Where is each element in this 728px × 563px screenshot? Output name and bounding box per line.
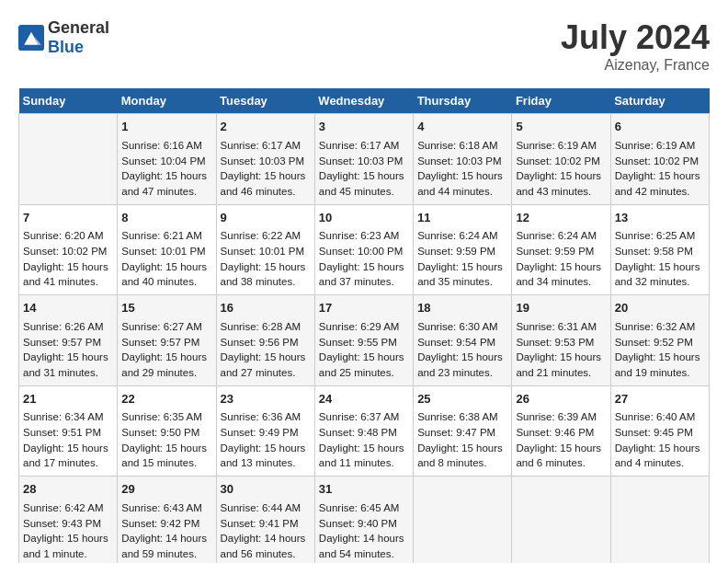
- cell-content: Sunrise: 6:29 AM: [319, 319, 409, 335]
- cell-content: and 1 minute.: [23, 546, 113, 562]
- calendar-cell: 29Sunrise: 6:43 AMSunset: 9:42 PMDayligh…: [118, 477, 216, 563]
- day-number: 8: [121, 210, 211, 227]
- calendar-cell: 9Sunrise: 6:22 AMSunset: 10:01 PMDayligh…: [216, 204, 314, 295]
- cell-content: Sunrise: 6:43 AM: [121, 500, 211, 516]
- day-number: 24: [319, 391, 409, 408]
- cell-content: Daylight: 15 hours: [121, 441, 211, 456]
- cell-content: Sunrise: 6:30 AM: [417, 319, 507, 335]
- cell-content: and 38 minutes.: [221, 274, 311, 290]
- day-number: 29: [121, 481, 211, 499]
- cell-content: Sunrise: 6:17 AM: [221, 138, 311, 154]
- cell-content: Sunset: 9:57 PM: [121, 335, 211, 350]
- cell-content: Sunset: 9:43 PM: [23, 516, 113, 532]
- calendar-cell: 30Sunrise: 6:44 AMSunset: 9:41 PMDayligh…: [216, 477, 314, 563]
- day-number: 7: [23, 210, 113, 227]
- cell-content: Sunset: 9:57 PM: [23, 335, 113, 350]
- cell-content: Sunrise: 6:27 AM: [121, 319, 211, 335]
- day-number: 28: [23, 481, 113, 499]
- cell-content: Daylight: 15 hours: [221, 441, 311, 456]
- col-header-sunday: Sunday: [19, 88, 118, 114]
- day-number: 17: [319, 300, 409, 317]
- cell-content: and 17 minutes.: [23, 455, 113, 471]
- cell-content: Sunset: 10:02 PM: [615, 154, 705, 169]
- cell-content: Sunset: 9:46 PM: [516, 425, 606, 441]
- cell-content: Sunrise: 6:34 AM: [23, 409, 113, 425]
- cell-content: and 27 minutes.: [221, 365, 311, 381]
- calendar-cell: 25Sunrise: 6:38 AMSunset: 9:47 PMDayligh…: [414, 385, 512, 477]
- cell-content: Daylight: 15 hours: [615, 350, 705, 365]
- cell-content: Sunset: 9:42 PM: [121, 516, 211, 532]
- cell-content: and 4 minutes.: [615, 455, 705, 471]
- cell-content: Sunset: 9:52 PM: [615, 335, 705, 350]
- calendar-cell: 23Sunrise: 6:36 AMSunset: 9:49 PMDayligh…: [216, 385, 314, 477]
- calendar-cell: 16Sunrise: 6:28 AMSunset: 9:56 PMDayligh…: [216, 295, 314, 386]
- header-row: SundayMondayTuesdayWednesdayThursdayFrid…: [19, 88, 710, 114]
- cell-content: Sunset: 9:50 PM: [121, 425, 211, 441]
- week-row-3: 14Sunrise: 6:26 AMSunset: 9:57 PMDayligh…: [19, 295, 710, 386]
- cell-content: Daylight: 15 hours: [319, 168, 409, 184]
- calendar-cell: 19Sunrise: 6:31 AMSunset: 9:53 PMDayligh…: [512, 295, 610, 386]
- calendar-cell: [512, 477, 610, 563]
- cell-content: Sunset: 10:01 PM: [121, 244, 211, 259]
- cell-content: Sunset: 10:02 PM: [516, 154, 606, 169]
- cell-content: Sunrise: 6:24 AM: [516, 228, 606, 244]
- cell-content: and 44 minutes.: [417, 184, 507, 200]
- day-number: 18: [417, 300, 507, 317]
- calendar-table: SundayMondayTuesdayWednesdayThursdayFrid…: [18, 88, 710, 563]
- cell-content: Sunrise: 6:28 AM: [221, 319, 311, 335]
- logo-blue: Blue: [48, 38, 84, 56]
- calendar-cell: 15Sunrise: 6:27 AMSunset: 9:57 PMDayligh…: [118, 295, 216, 386]
- cell-content: and 56 minutes.: [221, 546, 311, 562]
- cell-content: Daylight: 15 hours: [615, 259, 705, 275]
- day-number: 20: [615, 300, 705, 317]
- cell-content: Sunset: 9:48 PM: [319, 425, 409, 441]
- cell-content: Sunset: 9:54 PM: [417, 335, 507, 350]
- calendar-cell: [610, 477, 709, 563]
- cell-content: and 32 minutes.: [615, 274, 705, 290]
- cell-content: Daylight: 14 hours: [221, 531, 311, 546]
- cell-content: Sunrise: 6:37 AM: [319, 409, 409, 425]
- day-number: 22: [121, 391, 211, 408]
- calendar-cell: 6Sunrise: 6:19 AMSunset: 10:02 PMDayligh…: [610, 114, 709, 205]
- cell-content: Sunset: 9:47 PM: [417, 425, 507, 441]
- cell-content: and 43 minutes.: [516, 184, 606, 200]
- cell-content: Daylight: 15 hours: [516, 259, 606, 275]
- cell-content: Sunset: 9:53 PM: [516, 335, 606, 350]
- day-number: 11: [417, 210, 507, 227]
- cell-content: and 45 minutes.: [319, 184, 409, 200]
- day-number: 3: [319, 119, 409, 136]
- calendar-cell: 3Sunrise: 6:17 AMSunset: 10:03 PMDayligh…: [314, 114, 413, 205]
- day-number: 31: [319, 481, 409, 499]
- calendar-cell: 28Sunrise: 6:42 AMSunset: 9:43 PMDayligh…: [19, 477, 118, 563]
- calendar-cell: 1Sunrise: 6:16 AMSunset: 10:04 PMDayligh…: [118, 114, 216, 205]
- cell-content: Daylight: 15 hours: [417, 350, 507, 365]
- cell-content: and 8 minutes.: [417, 455, 507, 471]
- cell-content: Sunrise: 6:20 AM: [23, 228, 113, 244]
- calendar-cell: 2Sunrise: 6:17 AMSunset: 10:03 PMDayligh…: [216, 114, 314, 205]
- cell-content: Sunrise: 6:36 AM: [221, 409, 311, 425]
- cell-content: Sunset: 9:41 PM: [221, 516, 311, 532]
- calendar-cell: [19, 114, 118, 205]
- cell-content: Daylight: 15 hours: [23, 350, 113, 365]
- cell-content: and 54 minutes.: [319, 546, 409, 562]
- calendar-cell: 10Sunrise: 6:23 AMSunset: 10:00 PMDaylig…: [314, 204, 413, 295]
- cell-content: Daylight: 15 hours: [23, 441, 113, 456]
- cell-content: Sunset: 9:40 PM: [319, 516, 409, 532]
- day-number: 4: [417, 119, 507, 136]
- day-number: 26: [516, 391, 606, 408]
- cell-content: Daylight: 15 hours: [221, 259, 311, 275]
- logo-icon: [18, 25, 44, 51]
- day-number: 12: [516, 210, 606, 227]
- logo: General Blue: [18, 18, 109, 57]
- calendar-cell: 26Sunrise: 6:39 AMSunset: 9:46 PMDayligh…: [512, 385, 610, 477]
- day-number: 6: [615, 119, 705, 136]
- day-number: 5: [516, 119, 606, 136]
- cell-content: Sunrise: 6:19 AM: [615, 138, 705, 154]
- cell-content: Daylight: 15 hours: [121, 350, 211, 365]
- calendar-cell: 24Sunrise: 6:37 AMSunset: 9:48 PMDayligh…: [314, 385, 413, 477]
- logo-text: General Blue: [48, 18, 109, 57]
- main-title: July 2024: [561, 18, 710, 57]
- cell-content: Sunrise: 6:40 AM: [615, 409, 705, 425]
- cell-content: Sunrise: 6:42 AM: [23, 500, 113, 516]
- week-row-1: 1Sunrise: 6:16 AMSunset: 10:04 PMDayligh…: [19, 114, 710, 205]
